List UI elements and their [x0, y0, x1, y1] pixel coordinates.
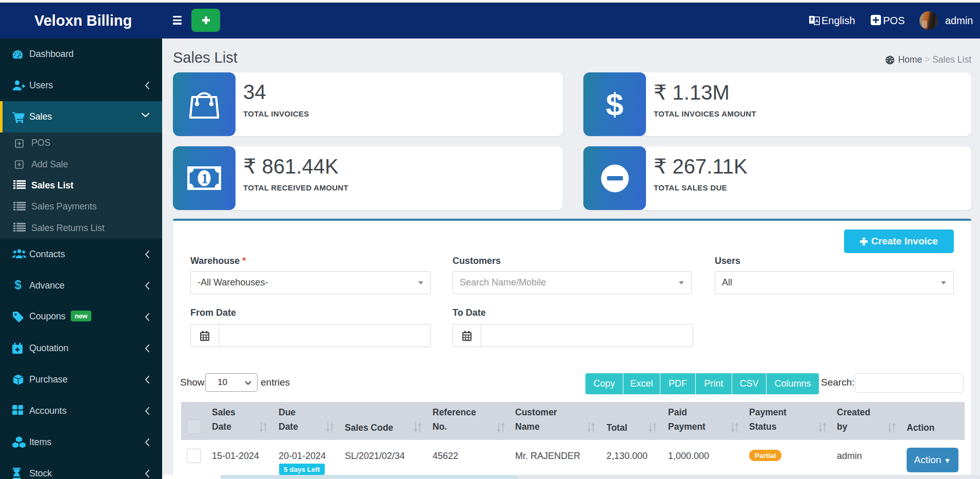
svg-text:1: 1 — [201, 171, 208, 186]
svg-text:A: A — [815, 18, 819, 24]
